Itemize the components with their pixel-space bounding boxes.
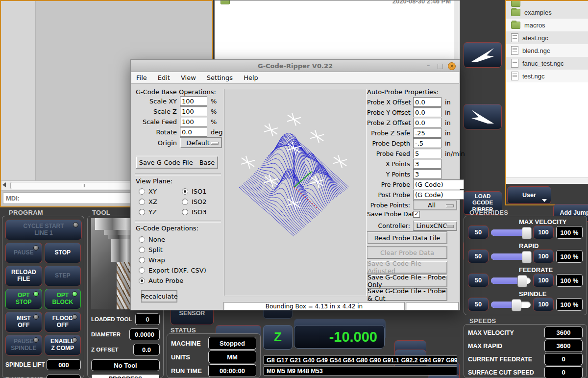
file-list-hscrollbar[interactable] [506, 177, 588, 184]
x-points-input[interactable] [413, 159, 441, 169]
enable-zcomp-button[interactable]: ENABLE Z COMP [45, 335, 81, 355]
feedrate-slider[interactable] [491, 277, 531, 284]
probe-z-offset-input[interactable] [413, 118, 441, 127]
radio-export[interactable]: Export (DXF, CSV) [139, 265, 206, 276]
spindle-lift-label: SPINDLE LIFT [5, 361, 45, 368]
max-velocity-slider[interactable] [491, 229, 531, 236]
probe-feed-input[interactable] [413, 149, 441, 158]
cycle-start-button[interactable]: CYCLE START LINE 1 [5, 220, 82, 240]
file-row[interactable]: atest.ngc [506, 31, 588, 44]
menu-help[interactable]: Help [244, 74, 258, 81]
radio-icon[interactable] [139, 247, 145, 253]
file-row[interactable]: test.ngc [506, 70, 588, 82]
spindle-slider[interactable] [491, 302, 531, 308]
radio-icon-selected[interactable] [139, 277, 145, 284]
scroll-left-arrow-icon[interactable] [2, 182, 6, 187]
dialog-titlebar[interactable]: G-Code-Ripper V0.22 – × [131, 60, 460, 72]
user-button[interactable]: User [507, 186, 551, 204]
scale-z-input[interactable] [180, 106, 207, 116]
radio-iso2[interactable]: ISO2 [182, 197, 207, 207]
radio-auto-probe[interactable]: Auto Probe [139, 276, 206, 286]
radio-icon[interactable] [139, 267, 145, 274]
menu-edit[interactable]: Edit [158, 74, 170, 81]
save-probe-only-button[interactable]: Save G-Code File - Probe Only [367, 275, 447, 287]
override-min-button[interactable]: 50 [468, 226, 489, 239]
menu-file[interactable]: File [136, 74, 147, 81]
override-min-button[interactable]: 50 [468, 274, 489, 287]
radio-wrap[interactable]: Wrap [139, 255, 206, 265]
z-dro-value: -10.000 [294, 325, 385, 349]
recalculate-button[interactable]: Recalculate [141, 290, 177, 302]
pre-probe-input[interactable] [413, 179, 464, 189]
maximize-icon[interactable] [438, 64, 443, 69]
radio-yz[interactable]: YZ [139, 207, 157, 217]
radio-iso1[interactable]: ISO1 [182, 186, 207, 197]
slider-handle[interactable] [512, 299, 521, 311]
radio-icon[interactable] [139, 188, 145, 195]
save-base-button[interactable]: Save G-Code File - Base [136, 156, 218, 169]
scale-xy-input[interactable] [180, 96, 207, 106]
radio-xy[interactable]: XY [139, 186, 157, 197]
flood-button[interactable]: FLOOD OFF [45, 312, 81, 332]
origin-dropdown[interactable]: Default [180, 137, 222, 148]
file-row[interactable]: blend.ngc [506, 44, 588, 57]
probe-points-dropdown[interactable]: All [413, 200, 457, 210]
save-probe-cut-button[interactable]: Save G-Code File - Probe & Cut [367, 288, 447, 301]
save-adjusted-button[interactable]: Save G-Code File - Adjusted [367, 261, 447, 274]
read-probe-data-button[interactable]: Read Probe Data File [367, 231, 447, 244]
probe-depth-input[interactable] [413, 138, 441, 148]
menu-settings[interactable]: Settings [207, 74, 233, 81]
override-min-button[interactable]: 50 [468, 250, 489, 263]
radio-none[interactable]: None [139, 234, 206, 245]
radio-icon[interactable] [139, 209, 145, 215]
save-probe-data-checkbox[interactable]: ✓ [413, 211, 420, 218]
post-probe-input[interactable] [413, 190, 464, 200]
radio-icon-selected[interactable] [182, 188, 188, 195]
mist-button[interactable]: MIST OFF [5, 312, 42, 332]
radio-icon[interactable] [182, 209, 188, 215]
override-max-button[interactable]: 100 [533, 274, 554, 287]
radio-xz[interactable]: XZ [139, 197, 157, 207]
minimize-icon[interactable]: – [427, 63, 433, 69]
z-axis-button[interactable]: Z [263, 325, 293, 350]
override-max-button[interactable]: 100 [533, 226, 554, 239]
scale-feed-input[interactable] [180, 117, 207, 126]
stop-button[interactable]: STOP [45, 243, 81, 263]
override-max-button[interactable]: 100 [533, 250, 554, 263]
probe-x-offset-input[interactable] [413, 97, 441, 107]
reload-file-button[interactable]: RELOAD FILE [5, 266, 42, 286]
file-row-folder[interactable]: macros [506, 19, 588, 31]
slider-handle[interactable] [522, 251, 532, 263]
clear-probe-data-button[interactable]: Clear Probe Data [367, 246, 447, 259]
override-min-button[interactable]: 50 [468, 298, 489, 311]
file-row-clipped[interactable] [506, 1, 588, 6]
controller-dropdown[interactable]: LinuxCNC [413, 221, 457, 231]
pause-button[interactable]: PAUSE [5, 243, 42, 263]
jog-forward-button[interactable] [464, 42, 502, 68]
opt-block-button[interactable]: OPT BLOCK [45, 289, 81, 309]
field-label: Probe Z Offset [367, 119, 410, 126]
probe-y-offset-input[interactable] [413, 107, 441, 117]
slider-handle[interactable] [522, 227, 532, 239]
opt-stop-button[interactable]: OPT STOP [5, 289, 42, 309]
jog-back-button[interactable] [464, 104, 502, 129]
step-button[interactable]: STEP [45, 266, 81, 286]
probe-z-safe-input[interactable] [413, 128, 441, 138]
file-row-folder[interactable]: examples [506, 6, 588, 19]
radio-icon[interactable] [139, 257, 145, 263]
radio-icon[interactable] [139, 236, 145, 243]
y-points-input[interactable] [413, 169, 441, 179]
radio-icon[interactable] [182, 199, 188, 205]
menu-view[interactable]: View [181, 74, 196, 81]
file-row[interactable]: fanuc_test.ngc [506, 57, 588, 70]
radio-iso3[interactable]: ISO3 [182, 207, 207, 217]
slider-handle[interactable] [517, 275, 527, 287]
rapid-slider[interactable] [491, 253, 531, 260]
rotate-input[interactable] [180, 127, 207, 137]
close-icon[interactable]: × [448, 62, 456, 70]
pause-spindle-button[interactable]: PAUSE SPINDLE [5, 335, 42, 355]
override-max-button[interactable]: 100 [533, 298, 554, 311]
radio-split[interactable]: Split [139, 245, 206, 255]
radio-icon[interactable] [139, 199, 145, 205]
led-indicator [33, 337, 39, 343]
